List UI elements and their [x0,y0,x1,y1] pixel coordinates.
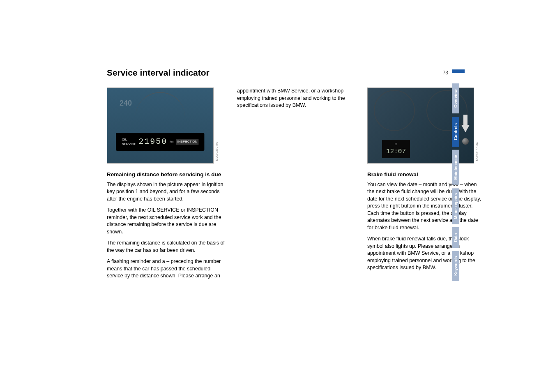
inspection-label: INSPECTION [176,139,199,144]
page-title: Service interval indicator [107,68,485,78]
mileage-value: 21950 [138,136,167,148]
mileage-unit: km [170,140,173,144]
body-text: The displays shown in the picture appear… [107,181,225,203]
clock-time-value: 12:07 [386,148,406,155]
instrument-button-icon [462,138,469,145]
body-text: The remaining distance is calculated on … [107,240,225,254]
body-text: You can view the date – month and year –… [367,181,485,232]
column-left: 240 OIL SERVICE 21950 km INSPECTION MV00… [107,88,225,284]
body-text: A flashing reminder and a – preceding th… [107,258,225,280]
oil-service-label: OIL SERVICE [122,137,136,146]
tab-keywords[interactable]: Keywords [452,251,459,281]
column-right: ⊡ 12:07 MV00119CMA Brake fluid renewal Y… [367,88,485,284]
column-middle: appointment with BMW Service, or a works… [237,88,355,284]
tab-spacer [452,248,459,251]
body-text: appointment with BMW Service, or a works… [237,88,355,109]
tachometer-icon [374,90,415,131]
figure-service-indicator: 240 OIL SERVICE 21950 km INSPECTION MV00… [107,88,214,164]
tab-maintenance[interactable]: Maintenance [452,150,459,185]
speedometer-icon [136,92,185,117]
arrow-down-icon [461,125,470,132]
section-heading-remaining-distance: Remaining distance before servicing is d… [107,171,225,179]
tab-controls[interactable]: Controls [452,117,459,147]
clock-icon: ⊡ [386,142,406,147]
tab-spacer [452,147,459,150]
page-accent-bar [452,69,465,73]
tab-spacer [452,185,459,188]
image-reference-code: MV00036CMA [215,142,219,161]
tab-overview[interactable]: Overview [452,83,459,113]
body-text: Together with the OIL SERVICE or INSPECT… [107,207,225,235]
tab-data[interactable]: Data [452,227,459,248]
tab-spacer [452,224,459,227]
body-text: When brake fluid renewal falls due, the … [367,235,485,272]
side-navigation-tabs: Overview Controls Maintenance Minor repa… [452,83,459,281]
service-display-panel: OIL SERVICE 21950 km INSPECTION [116,133,204,151]
clock-display: ⊡ 12:07 [382,140,410,158]
page-number: 73 [443,70,448,76]
image-reference-code: MV00119CMA [475,142,479,161]
speedometer-value: 240 [120,98,132,108]
tab-spacer [452,113,459,117]
section-heading-brake-fluid: Brake fluid renewal [367,171,485,179]
tab-minor-repairs[interactable]: Minor repairs [452,188,459,224]
